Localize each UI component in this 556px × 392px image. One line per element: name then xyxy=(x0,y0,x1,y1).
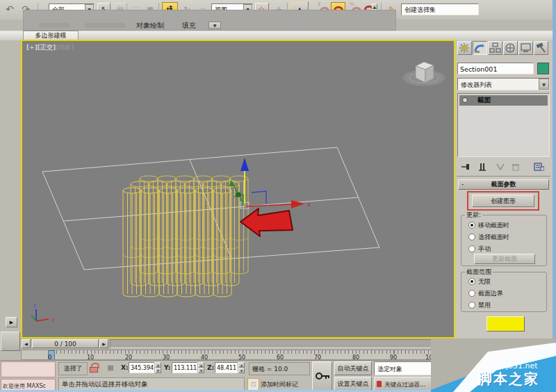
ruler-number: 30 xyxy=(161,354,172,360)
ruler-number: 80 xyxy=(350,354,361,360)
world-axis-tripod xyxy=(31,309,49,321)
tab-modify[interactable] xyxy=(473,41,487,55)
undo-button[interactable]: ↶ xyxy=(3,2,17,16)
object-color-swatch[interactable] xyxy=(537,63,549,74)
update-section-label: 更新截面 xyxy=(492,254,517,263)
section-color-swatch[interactable] xyxy=(486,316,525,332)
spinner-up-icon[interactable]: ▲ xyxy=(198,362,204,368)
track-bar[interactable]: 0 10 20 30 40 50 60 70 80 90 100 xyxy=(21,350,450,360)
grid-size-display: 栅格 = 10.0 xyxy=(249,362,310,375)
rollout-section-parameters-header[interactable]: - 截面参数 xyxy=(458,179,549,190)
modifier-bulb-icon[interactable] xyxy=(462,97,468,103)
y-spinner[interactable]: ▲ ▼ xyxy=(198,362,204,373)
tab-hierarchy[interactable] xyxy=(488,41,502,55)
spinner-down-icon[interactable]: ▼ xyxy=(198,368,204,373)
z-spinner[interactable]: ▲ ▼ xyxy=(238,362,245,373)
motion-icon xyxy=(504,42,517,54)
auto-key-button[interactable]: 自动关键点 xyxy=(334,361,372,375)
named-selection-set-field[interactable]: 创建选择集 xyxy=(401,3,479,15)
command-panel: Section001 修改器列表 ▼ 截面 - 截面参数 xyxy=(455,40,553,338)
maxscript-mini-listener[interactable] xyxy=(1,361,56,377)
update-section-button[interactable]: 更新截面 xyxy=(474,254,535,264)
x-coord-value: 345.394 xyxy=(131,365,154,371)
panel-divider xyxy=(457,176,550,177)
y-coord-field[interactable]: 113.111 xyxy=(172,362,197,373)
ribbon-tab-populate[interactable]: 填充 xyxy=(182,21,196,31)
ruler-ticks xyxy=(53,350,450,354)
tab-create[interactable] xyxy=(457,41,472,55)
spinner-down-icon[interactable]: ▼ xyxy=(155,368,161,373)
cylinder-cluster-wireframe xyxy=(123,176,248,297)
modifier-stack[interactable]: 截面 xyxy=(457,93,550,157)
show-end-result-button[interactable] xyxy=(475,161,489,172)
viewport[interactable]: [+][正交][线框] x xyxy=(21,40,455,338)
tab-motion[interactable] xyxy=(503,41,518,55)
z-coord-field[interactable]: 48.411 xyxy=(215,362,238,373)
extents-group-label: 截面范围 xyxy=(465,268,493,277)
pin-icon xyxy=(461,163,471,171)
spinner-up-icon[interactable]: ▲ xyxy=(155,362,161,368)
ribbon-options-dropdown-icon[interactable]: ▼ xyxy=(208,22,221,29)
auto-key-label: 自动关键点 xyxy=(338,364,369,373)
tab-display[interactable] xyxy=(518,41,533,55)
prompt-line: 单击并拖动以选择并移动对象 xyxy=(58,377,245,391)
configure-icon xyxy=(534,163,544,171)
time-slider-prev-frame-button[interactable]: ◀ xyxy=(22,339,31,348)
watermark-site-name: 脚本之家 xyxy=(478,370,539,389)
radio-off[interactable]: 禁用 xyxy=(468,301,491,309)
ruler-number: 60 xyxy=(275,354,286,360)
spinner-up-icon[interactable]: ▲ xyxy=(238,362,245,368)
section-plane-wireframe xyxy=(42,147,379,270)
tab-utilities[interactable] xyxy=(534,41,548,55)
radio-when-section-moves[interactable]: 移动截面时 xyxy=(468,221,509,229)
radio-when-section-selected[interactable]: 选择截面时 xyxy=(468,233,509,241)
key-filter-icon xyxy=(377,381,382,387)
object-name-field[interactable]: Section001 xyxy=(457,63,534,74)
snap-2-label: 2 xyxy=(318,1,320,7)
ruler-number: 50 xyxy=(236,354,247,360)
trash-icon xyxy=(511,163,521,171)
ruler-number: 70 xyxy=(312,354,323,360)
update-group-label: 更新: xyxy=(465,211,482,220)
tripod-z-label: z xyxy=(33,302,36,309)
tab-polygon-modeling[interactable]: 多边形建模 xyxy=(23,31,79,40)
add-time-tag[interactable]: 添加时间标记 xyxy=(261,380,298,389)
ribbon-tab-object-paint[interactable]: 对象绘制 xyxy=(136,21,164,31)
remove-modifier-button[interactable] xyxy=(509,161,523,172)
time-tag-icon-button[interactable]: □ xyxy=(247,378,259,391)
configure-modifier-sets-button[interactable] xyxy=(531,161,546,172)
radio-infinite[interactable]: 无限 xyxy=(468,277,491,286)
open-mini-curve-editor-button[interactable] xyxy=(1,332,20,351)
frame-number-zero: 0 xyxy=(44,354,56,360)
create-shape-button[interactable]: 创建图形 xyxy=(472,195,534,207)
pin-stack-button[interactable] xyxy=(459,161,473,172)
modifier-list-dropdown[interactable]: 修改器列表 ▼ xyxy=(457,78,550,90)
chevron-down-icon[interactable]: ▼ xyxy=(539,79,549,90)
set-keys-button[interactable] xyxy=(312,361,332,391)
spinner-down-icon[interactable]: ▼ xyxy=(238,368,245,373)
radio-label: 无限 xyxy=(478,278,491,285)
key-icon xyxy=(315,371,330,381)
z-coord-value: 48.411 xyxy=(217,365,236,371)
x-coord-label: X: xyxy=(121,364,129,371)
set-key-button[interactable]: 设置关键点 xyxy=(334,377,372,391)
stack-item-section[interactable]: 截面 xyxy=(459,95,548,106)
radio-section-boundary[interactable]: 截面边界 xyxy=(468,289,503,297)
radio-manually[interactable]: 手动 xyxy=(468,245,491,253)
time-slider-next-frame-button[interactable]: ▶ xyxy=(99,339,108,348)
time-slider-track[interactable] xyxy=(110,339,448,348)
x-spinner[interactable]: ▲ ▼ xyxy=(155,362,161,373)
absolute-mode-toggle[interactable]: ⊞ xyxy=(104,362,117,374)
radio-icon xyxy=(468,234,475,240)
section-extents-group: 截面范围 无限 截面边界 禁用 xyxy=(461,272,547,312)
rollout-collapse-icon: - xyxy=(461,181,464,188)
selection-lock-toggle[interactable] xyxy=(89,362,99,374)
open-mini-listener-button[interactable]: ▶ xyxy=(6,317,17,327)
time-slider-handle[interactable]: 0 / 100 xyxy=(32,339,99,348)
radio-label: 选择截面时 xyxy=(478,234,509,240)
make-unique-button[interactable] xyxy=(493,161,507,172)
create-icon xyxy=(458,42,471,54)
y-coord-value: 113.111 xyxy=(174,365,197,371)
x-coord-field[interactable]: 345.394 xyxy=(129,362,154,373)
percent-label: % xyxy=(350,1,354,7)
